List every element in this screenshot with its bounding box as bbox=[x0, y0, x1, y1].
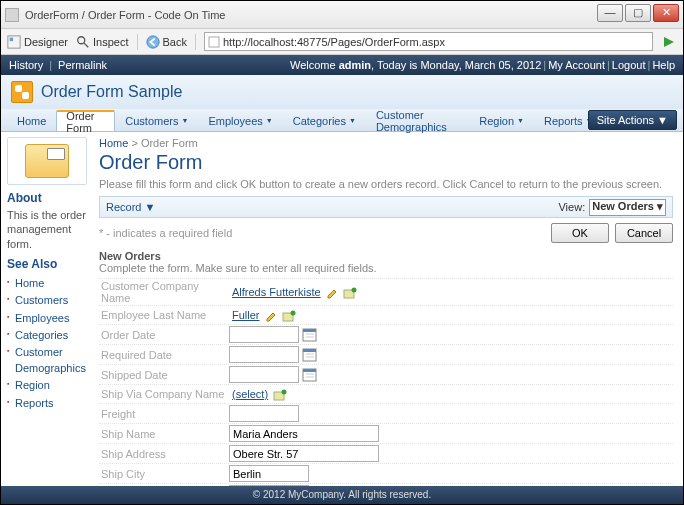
app-title: Order Form Sample bbox=[41, 83, 182, 101]
about-text: This is the order management form. bbox=[7, 208, 87, 251]
shipvia-label: Ship Via Company Name bbox=[99, 388, 229, 400]
nav-categories[interactable]: Categories▼ bbox=[283, 109, 366, 131]
logout-link[interactable]: Logout bbox=[612, 59, 646, 71]
requireddate-label: Required Date bbox=[99, 349, 229, 361]
shipname-input[interactable] bbox=[229, 425, 379, 442]
customer-lookup[interactable]: Alfreds Futterkiste bbox=[232, 286, 321, 298]
shipaddress-input[interactable] bbox=[229, 445, 379, 462]
sidebar-link-customers[interactable]: Customers bbox=[7, 292, 87, 309]
seealso-heading: See Also bbox=[7, 257, 87, 271]
required-hint-top: * - indicates a required field bbox=[99, 227, 232, 239]
orderdate-label: Order Date bbox=[99, 329, 229, 341]
page-instructions: Please fill this form and click OK butto… bbox=[99, 178, 673, 190]
requireddate-input[interactable] bbox=[229, 346, 299, 363]
new-icon[interactable] bbox=[343, 287, 357, 299]
svg-line-3 bbox=[84, 42, 88, 46]
nav-region[interactable]: Region▼ bbox=[469, 109, 534, 131]
permalink-link[interactable]: Permalink bbox=[58, 59, 107, 71]
svg-rect-15 bbox=[303, 349, 316, 352]
url-text: http://localhost:48775/Pages/OrderForm.a… bbox=[223, 36, 649, 48]
page-icon bbox=[208, 36, 220, 48]
app-favicon bbox=[5, 8, 19, 22]
minimize-button[interactable]: — bbox=[597, 4, 623, 22]
calendar-icon[interactable] bbox=[302, 327, 317, 342]
sidebar-link-home[interactable]: Home bbox=[7, 275, 87, 292]
sidebar-link-reports[interactable]: Reports bbox=[7, 395, 87, 412]
edit-icon[interactable] bbox=[265, 310, 277, 322]
breadcrumb-home[interactable]: Home bbox=[99, 137, 128, 149]
window-title: OrderForm / Order Form - Code On Time bbox=[25, 9, 225, 21]
orderdate-input[interactable] bbox=[229, 326, 299, 343]
myaccount-link[interactable]: My Account bbox=[548, 59, 605, 71]
freight-label: Freight bbox=[99, 408, 229, 420]
nav-customers[interactable]: Customers▼ bbox=[115, 109, 198, 131]
svg-point-9 bbox=[290, 310, 295, 315]
browser-toolbar: Designer Inspect Back http://localhost:4… bbox=[1, 29, 683, 55]
svg-rect-11 bbox=[303, 329, 316, 332]
shipcity-input[interactable] bbox=[229, 465, 309, 482]
svg-rect-1 bbox=[10, 37, 14, 41]
app-logo bbox=[11, 81, 33, 103]
ok-button-top[interactable]: OK bbox=[551, 223, 609, 243]
welcome-text: Welcome admin, Today is Monday, March 05… bbox=[290, 59, 541, 71]
shipaddress-label: Ship Address bbox=[99, 448, 229, 460]
url-box[interactable]: http://localhost:48775/Pages/OrderForm.a… bbox=[204, 32, 653, 51]
footer: © 2012 MyCompany. All rights reserved. bbox=[1, 486, 683, 504]
svg-point-4 bbox=[146, 35, 158, 47]
designer-icon bbox=[7, 35, 21, 49]
breadcrumb: Home > Order Form bbox=[99, 137, 673, 149]
nav-home[interactable]: Home bbox=[7, 109, 56, 131]
go-button[interactable] bbox=[661, 34, 677, 50]
back-button[interactable]: Back bbox=[146, 35, 187, 49]
customer-label: Customer Company Name bbox=[99, 280, 229, 304]
page-title: Order Form bbox=[99, 151, 673, 174]
svg-rect-5 bbox=[209, 37, 219, 47]
nav-employees[interactable]: Employees▼ bbox=[198, 109, 282, 131]
nav-orderform[interactable]: Order Form bbox=[56, 110, 115, 131]
section-title: New Orders bbox=[99, 250, 673, 262]
close-button[interactable]: ✕ bbox=[653, 4, 679, 22]
sidebar-link-categories[interactable]: Categories bbox=[7, 327, 87, 344]
sidebar-link-customer-demographics[interactable]: Customer Demographics bbox=[7, 344, 87, 377]
maximize-button[interactable]: ▢ bbox=[625, 4, 651, 22]
shippeddate-label: Shipped Date bbox=[99, 369, 229, 381]
svg-rect-19 bbox=[303, 369, 316, 372]
cancel-button-top[interactable]: Cancel bbox=[615, 223, 673, 243]
edit-icon[interactable] bbox=[326, 287, 338, 299]
designer-button[interactable]: Designer bbox=[7, 35, 68, 49]
about-heading: About bbox=[7, 191, 87, 205]
new-icon[interactable] bbox=[273, 389, 287, 401]
shipvia-lookup[interactable]: (select) bbox=[232, 388, 268, 400]
window-titlebar: OrderForm / Order Form - Code On Time — … bbox=[1, 1, 683, 29]
history-link[interactable]: History bbox=[9, 59, 43, 71]
shippeddate-input[interactable] bbox=[229, 366, 299, 383]
calendar-icon[interactable] bbox=[302, 347, 317, 362]
view-label: View: bbox=[558, 201, 585, 213]
calendar-icon[interactable] bbox=[302, 367, 317, 382]
nav-demographics[interactable]: Customer Demographics bbox=[366, 109, 469, 131]
shipname-label: Ship Name bbox=[99, 428, 229, 440]
freight-input[interactable] bbox=[229, 405, 299, 422]
employee-lookup[interactable]: Fuller bbox=[232, 309, 260, 321]
svg-point-2 bbox=[78, 36, 85, 43]
svg-point-23 bbox=[282, 389, 287, 394]
new-icon[interactable] bbox=[282, 310, 296, 322]
section-desc: Complete the form. Make sure to enter al… bbox=[99, 262, 673, 274]
sidebar: About This is the order management form.… bbox=[1, 132, 93, 486]
help-link[interactable]: Help bbox=[652, 59, 675, 71]
site-actions-button[interactable]: Site Actions▼ bbox=[588, 110, 677, 130]
back-icon bbox=[146, 35, 160, 49]
view-select[interactable]: New Orders ▾ bbox=[589, 199, 666, 216]
sidebar-image-box bbox=[7, 137, 87, 185]
record-bar: Record▼ View: New Orders ▾ bbox=[99, 196, 673, 218]
inspect-button[interactable]: Inspect bbox=[76, 35, 128, 49]
record-menu[interactable]: Record▼ bbox=[106, 201, 155, 213]
shipcity-label: Ship City bbox=[99, 468, 229, 480]
sidebar-link-region[interactable]: Region bbox=[7, 377, 87, 394]
main-nav: Home Order Form Customers▼ Employees▼ Ca… bbox=[1, 109, 683, 132]
sidebar-link-employees[interactable]: Employees bbox=[7, 310, 87, 327]
employee-label: Employee Last Name bbox=[99, 309, 229, 321]
svg-point-7 bbox=[351, 287, 356, 292]
history-bar: History | Permalink Welcome admin, Today… bbox=[1, 55, 683, 75]
page-header: Order Form Sample bbox=[1, 75, 683, 109]
